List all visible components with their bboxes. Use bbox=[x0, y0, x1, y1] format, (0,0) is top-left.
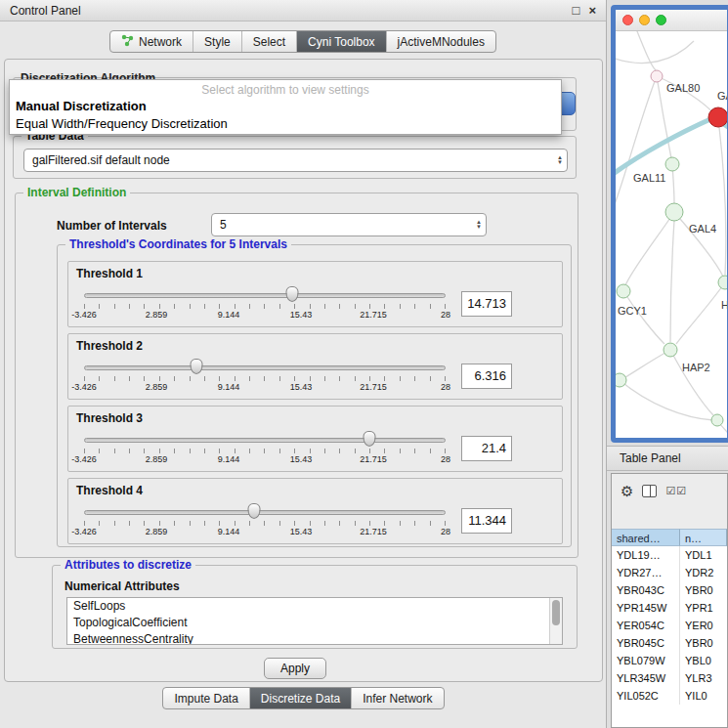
cell-name[interactable]: YLR3 bbox=[680, 669, 727, 687]
apply-button[interactable]: Apply bbox=[264, 658, 326, 679]
scrollbar-thumb[interactable] bbox=[552, 600, 560, 625]
slider-track[interactable] bbox=[84, 293, 446, 298]
cell-name[interactable]: YDR2 bbox=[680, 564, 727, 581]
tab-select[interactable]: Select bbox=[242, 31, 297, 52]
cell-shared-name[interactable]: YDL19… bbox=[612, 546, 680, 564]
table-row[interactable]: YBR045C YBR0 bbox=[612, 634, 727, 652]
list-scrollbar[interactable] bbox=[549, 598, 562, 644]
zoom-traffic-light-icon[interactable] bbox=[656, 15, 666, 25]
cell-shared-name[interactable]: YPR145W bbox=[612, 599, 680, 617]
slider-thumb[interactable] bbox=[286, 286, 299, 302]
number-of-intervals-combo[interactable]: 5 ▲ ▼ bbox=[211, 213, 487, 236]
cell-shared-name[interactable]: YLR345W bbox=[612, 669, 680, 687]
threshold-value-field[interactable]: 21.4 bbox=[461, 436, 512, 461]
tab-label: Discretize Data bbox=[261, 692, 340, 706]
threshold-slider[interactable]: -3.4262.8599.14415.4321.71528 bbox=[84, 502, 446, 541]
tab-impute-data[interactable]: Impute Data bbox=[163, 688, 249, 708]
cell-shared-name[interactable]: YBR043C bbox=[612, 581, 680, 599]
network-view-window[interactable]: GAL80 GA GAL11 GAL4 GCY1 H HAP2 bbox=[611, 5, 728, 443]
dropdown-placeholder-option[interactable]: Select algorithm to view settings bbox=[10, 80, 561, 97]
table-data-combo[interactable]: galFiltered.sif default node ▲ ▼ bbox=[23, 149, 568, 172]
close-traffic-light-icon[interactable] bbox=[622, 15, 633, 25]
cell-shared-name[interactable]: YBR045C bbox=[612, 634, 680, 652]
table-row[interactable]: YPR145W YPR1 bbox=[612, 599, 727, 617]
list-item[interactable]: BetweennessCentrality bbox=[67, 631, 562, 645]
dropdown-option-manual-discretization[interactable]: Manual Discretization bbox=[16, 99, 147, 113]
node[interactable] bbox=[718, 276, 727, 289]
cell-name[interactable]: YBR0 bbox=[680, 634, 727, 652]
tab-style[interactable]: Style bbox=[193, 31, 242, 52]
tab-infer-network[interactable]: Infer Network bbox=[352, 688, 443, 708]
slider-track[interactable] bbox=[84, 365, 446, 370]
threshold-value-field[interactable]: 14.713 bbox=[461, 291, 512, 317]
slider-thumb[interactable] bbox=[247, 503, 260, 519]
table-row[interactable]: YLR345W YLR3 bbox=[612, 669, 727, 687]
node[interactable] bbox=[711, 414, 723, 426]
table-row[interactable]: YIL052C YIL0 bbox=[612, 687, 727, 705]
tick-label: 15.43 bbox=[290, 527, 313, 536]
cell-name[interactable]: YER0 bbox=[680, 617, 727, 634]
tick-labels: -3.4262.8599.14415.4321.71528 bbox=[84, 382, 446, 394]
column-header-name[interactable]: n… bbox=[680, 529, 727, 546]
checkbox-icons[interactable]: ☑☑ bbox=[665, 486, 687, 496]
column-header-shared-name[interactable]: shared… bbox=[612, 529, 680, 546]
cell-name[interactable]: YBL0 bbox=[680, 652, 727, 669]
cell-shared-name[interactable]: YDR27… bbox=[612, 564, 680, 581]
cell-name[interactable]: YBR0 bbox=[680, 581, 727, 599]
tab-network[interactable]: Network bbox=[110, 31, 193, 52]
tab-label: jActiveMNodules bbox=[398, 35, 485, 49]
table-row[interactable]: YBR043C YBR0 bbox=[612, 581, 727, 599]
slider-track[interactable] bbox=[84, 510, 446, 515]
node[interactable] bbox=[665, 203, 683, 221]
threshold-slider[interactable]: -3.4262.8599.14415.4321.71528 bbox=[84, 285, 446, 324]
cell-shared-name[interactable]: YBL079W bbox=[612, 652, 680, 669]
cell-name[interactable]: YDL1 bbox=[680, 546, 727, 564]
tab-cyni-toolbox[interactable]: Cyni Toolbox bbox=[297, 31, 386, 52]
top-tabbar: Network Style Select Cyni Toolbox jActiv… bbox=[0, 30, 606, 53]
slider-thumb[interactable] bbox=[364, 431, 376, 447]
table-row[interactable]: YDR27… YDR2 bbox=[612, 564, 727, 581]
threshold-value-field[interactable]: 11.344 bbox=[461, 508, 512, 534]
threshold-slider[interactable]: -3.4262.8599.14415.4321.71528 bbox=[84, 430, 446, 469]
node[interactable] bbox=[617, 284, 630, 298]
minimize-traffic-light-icon[interactable] bbox=[639, 15, 650, 25]
dropdown-option-equal-width[interactable]: Equal Width/Frequency Discretization bbox=[16, 116, 228, 131]
bottom-tab-segment-control: Impute Data Discretize Data Infer Networ… bbox=[162, 687, 444, 709]
node[interactable] bbox=[665, 157, 679, 171]
columns-icon[interactable] bbox=[642, 485, 657, 497]
node[interactable] bbox=[616, 373, 626, 387]
gear-icon[interactable]: ⚙ bbox=[621, 484, 633, 498]
cell-shared-name[interactable]: YER054C bbox=[612, 617, 680, 634]
application-window: Control Panel □ × bbox=[0, 0, 728, 728]
table-row[interactable]: YBL079W YBL0 bbox=[612, 652, 727, 669]
slider-thumb[interactable] bbox=[190, 359, 202, 374]
close-icon[interactable]: × bbox=[588, 4, 596, 17]
tab-jactivemodules[interactable]: jActiveMNodules bbox=[387, 31, 495, 52]
table-row[interactable]: YDL19… YDL1 bbox=[612, 546, 727, 564]
cell-name[interactable]: YIL0 bbox=[680, 687, 727, 705]
control-panel-title: Control Panel bbox=[10, 4, 81, 18]
selected-node[interactable] bbox=[708, 107, 727, 127]
control-panel: Control Panel □ × bbox=[0, 0, 607, 728]
threshold-value-field[interactable]: 6.316 bbox=[461, 364, 512, 389]
tick-label: 28 bbox=[441, 382, 450, 392]
table-panel-header[interactable]: Table Panel bbox=[607, 446, 728, 471]
threshold-slider[interactable]: -3.4262.8599.14415.4321.71528 bbox=[84, 358, 446, 397]
stepper-down-icon: ▼ bbox=[557, 160, 563, 165]
numerical-attributes-label: Numerical Attributes bbox=[64, 579, 180, 593]
node[interactable] bbox=[664, 343, 677, 357]
cell-shared-name[interactable]: YIL052C bbox=[612, 687, 680, 705]
tick-label: 9.144 bbox=[218, 310, 240, 320]
node[interactable] bbox=[651, 70, 663, 82]
numerical-attributes-list[interactable]: SelfLoops TopologicalCoefficient Between… bbox=[66, 597, 563, 645]
slider-track[interactable] bbox=[84, 438, 446, 443]
tick-label: -3.426 bbox=[71, 310, 97, 320]
tick-label: 15.43 bbox=[290, 382, 313, 392]
float-window-icon[interactable]: □ bbox=[573, 4, 580, 17]
tab-discretize-data[interactable]: Discretize Data bbox=[250, 688, 352, 708]
list-item[interactable]: TopologicalCoefficient bbox=[67, 615, 562, 631]
table-row[interactable]: YER054C YER0 bbox=[612, 617, 727, 634]
cell-name[interactable]: YPR1 bbox=[680, 599, 727, 617]
list-item[interactable]: SelfLoops bbox=[67, 598, 562, 615]
network-canvas[interactable]: GAL80 GA GAL11 GAL4 GCY1 H HAP2 bbox=[616, 31, 727, 438]
